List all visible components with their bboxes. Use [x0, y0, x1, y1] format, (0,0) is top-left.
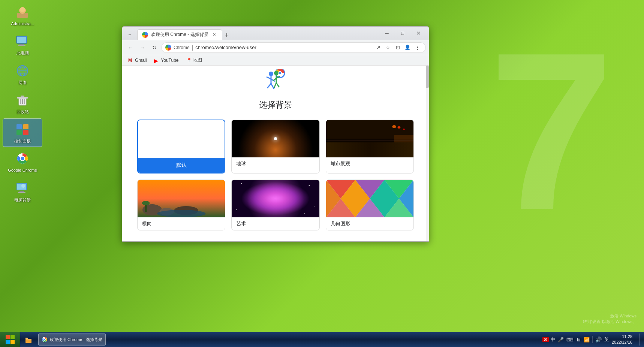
tray-keyboard-icon[interactable]: ⌨: [566, 336, 574, 343]
tray-display-icon[interactable]: 🖥: [575, 336, 582, 343]
desktop-icon-recycle-bin[interactable]: 回收站: [3, 90, 42, 117]
svg-line-45: [274, 83, 276, 88]
svg-rect-81: [25, 340, 31, 343]
taskbar-chrome-label: 欢迎使用 Chrome - 选择背景: [50, 337, 102, 343]
theme-default-button[interactable]: 默认: [138, 158, 225, 173]
address-favicon: [165, 45, 171, 51]
landscape-svg: [138, 180, 225, 217]
scrollbar[interactable]: [426, 66, 429, 241]
address-chrome-label: Chrome: [174, 45, 190, 50]
hero-figure-svg: [261, 69, 291, 92]
desktop-icon-my-computer[interactable]: 此电脑: [3, 31, 42, 58]
svg-rect-29: [18, 192, 25, 193]
desktop-icon-google-chrome-label: Google Chrome: [8, 168, 37, 173]
page-title-section: 选择背景: [130, 99, 421, 111]
svg-point-65: [309, 185, 310, 186]
desktop-icon-recycle-bin-label: 回收站: [16, 109, 29, 114]
theme-label-city: 城市景观: [326, 157, 413, 170]
win-logo-q1: [6, 335, 10, 339]
svg-line-36: [267, 77, 271, 79]
galaxy-svg: [232, 180, 319, 217]
bookmark-youtube[interactable]: ▶ YouTube: [151, 56, 181, 64]
svg-point-49: [392, 125, 396, 128]
split-view-icon[interactable]: ⊡: [393, 43, 402, 52]
bookmark-maps[interactable]: 📍 地图: [183, 56, 205, 64]
taskbar-clock[interactable]: 11:28 2022/12/16: [612, 334, 635, 346]
desktop-icon-admin-label: Administra...: [11, 21, 34, 26]
browser-tab-active[interactable]: 欢迎使用 Chrome - 选择背景 ✕: [137, 29, 222, 40]
gmail-icon: M: [128, 58, 133, 63]
theme-thumbnail-city: [326, 120, 413, 157]
desktop-icon-network[interactable]: 网络: [3, 60, 42, 88]
forward-button[interactable]: →: [137, 42, 148, 53]
page-content: 选择背景 默认 地球: [122, 66, 429, 238]
theme-card-default[interactable]: 默认: [137, 120, 225, 174]
theme-thumbnail-earth: [232, 120, 319, 157]
browser-content: 选择背景 默认 地球: [122, 66, 429, 241]
theme-label-earth: 地球: [232, 157, 319, 170]
taskbar-chrome-task[interactable]: 欢迎使用 Chrome - 选择背景: [38, 334, 106, 346]
bookmark-gmail-label: Gmail: [135, 58, 147, 63]
share-icon[interactable]: ↗: [374, 43, 383, 52]
maximize-button[interactable]: □: [395, 29, 410, 38]
bookmarks-bar: M Gmail ▶ YouTube 📍 地图: [122, 55, 429, 66]
tray-network-icon[interactable]: 📶: [583, 336, 590, 343]
reload-button[interactable]: ↻: [149, 42, 160, 53]
welcome-hero: [130, 66, 421, 99]
theme-card-geo[interactable]: 几何图形: [326, 179, 414, 230]
menu-icon[interactable]: ⋮: [413, 43, 422, 52]
theme-card-galaxy[interactable]: 艺术: [231, 179, 319, 230]
svg-point-66: [314, 206, 315, 206]
svg-rect-21: [16, 130, 22, 135]
close-button[interactable]: ✕: [411, 29, 426, 38]
desktop-icon-admin[interactable]: Administra...: [3, 1, 42, 29]
bookmark-gmail[interactable]: M Gmail: [125, 56, 150, 64]
bookmark-icon[interactable]: ☆: [383, 43, 392, 52]
desktop-icon-desktop-bg-label: 电脑背景: [14, 197, 31, 202]
maps-icon: 📍: [186, 58, 192, 63]
theme-card-landscape[interactable]: 横向: [137, 179, 225, 230]
start-button[interactable]: [0, 332, 20, 347]
desktop-icon-desktop-bg[interactable]: 电脑背景: [3, 178, 42, 205]
svg-line-38: [267, 84, 271, 88]
tray-volume-icon[interactable]: 🔊: [595, 336, 602, 343]
city-svg: [326, 120, 413, 157]
taskbar-date: 2022/12/16: [612, 340, 632, 345]
taskbar-explorer-button[interactable]: [22, 333, 35, 346]
desktop-icon-control-panel[interactable]: 控制面板: [3, 119, 42, 147]
tab-close-button[interactable]: ✕: [211, 32, 217, 38]
svg-rect-5: [19, 44, 24, 45]
back-button[interactable]: ←: [125, 42, 136, 53]
tray-separator: [592, 336, 593, 343]
svg-line-39: [271, 84, 274, 89]
taskbar: 欢迎使用 Chrome - 选择背景 S 中 🎤 ⌨ 🖥 📶 🔊 英 11:28…: [0, 332, 644, 347]
desktop-icon-google-chrome[interactable]: Google Chrome: [3, 148, 42, 176]
show-desktop-button[interactable]: [639, 334, 641, 346]
profile-icon[interactable]: 👤: [403, 43, 412, 52]
svg-point-64: [241, 183, 242, 184]
theme-card-earth[interactable]: 地球: [231, 120, 319, 174]
svg-point-68: [304, 213, 305, 214]
svg-rect-14: [17, 97, 28, 99]
scrollbar-thumb[interactable]: [426, 66, 429, 88]
theme-thumbnail-landscape: [138, 180, 225, 217]
tray-microphone-icon[interactable]: 🎤: [557, 336, 565, 343]
win-logo-q4: [10, 340, 15, 344]
win-ctrl-extra[interactable]: ⌄: [125, 29, 134, 38]
sougou-icon[interactable]: S: [542, 337, 549, 342]
svg-point-63: [241, 182, 309, 215]
tray-ime-indicator[interactable]: 中: [550, 336, 556, 344]
svg-point-33: [279, 72, 281, 74]
new-tab-button[interactable]: +: [222, 31, 231, 40]
address-bar[interactable]: Chrome | chrome://welcome/new-user ↗ ☆ ⊡…: [161, 42, 426, 53]
svg-point-59: [157, 210, 206, 217]
tab-area: 欢迎使用 Chrome - 选择背景 ✕ +: [137, 27, 376, 40]
theme-grid: 默认 地球: [130, 120, 421, 230]
minimize-button[interactable]: ─: [379, 29, 394, 38]
theme-card-city[interactable]: 城市景观: [326, 120, 414, 174]
svg-line-44: [276, 83, 279, 87]
svg-point-48: [397, 126, 400, 129]
tray-ime-lang[interactable]: 英: [604, 336, 610, 344]
desktop-icon-network-label: 网络: [18, 80, 27, 85]
geo-svg: [326, 180, 413, 217]
